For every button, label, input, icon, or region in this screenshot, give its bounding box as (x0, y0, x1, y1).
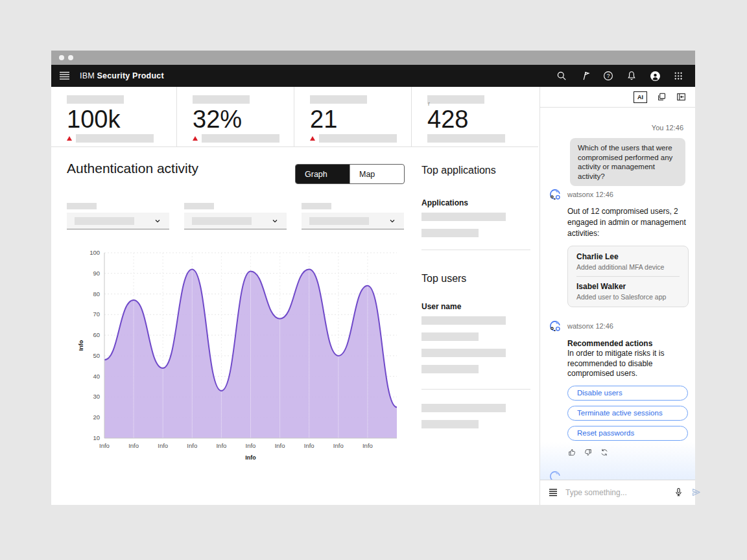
svg-text:90: 90 (93, 270, 100, 277)
chevron-down-icon (388, 217, 396, 225)
window-dot-2[interactable] (68, 55, 73, 60)
user-row-skeleton (421, 332, 479, 341)
user-avatar-icon (650, 71, 661, 82)
chat-text-input[interactable] (565, 488, 666, 497)
kpi-label-skeleton (193, 95, 250, 104)
window-title-bar (51, 51, 695, 65)
svg-text:Info: Info (216, 442, 226, 449)
disable-users-button[interactable]: Disable users (567, 386, 688, 401)
watsonx-avatar-partial-icon (549, 470, 562, 480)
brand-name: Security Product (97, 71, 164, 80)
regenerate-button[interactable] (600, 448, 609, 457)
filter-dropdown-3[interactable] (302, 213, 404, 229)
filter-dropdown-2[interactable] (184, 213, 287, 229)
tab-graph[interactable]: Graph (296, 165, 350, 183)
terminate-sessions-button[interactable]: Terminate active sessions (567, 406, 688, 421)
main-content: 100k 32% 21 r 428 Authentication activit… (51, 87, 540, 505)
svg-text:Info: Info (128, 442, 139, 449)
user-row-skeleton (421, 316, 506, 325)
user-avatar-button[interactable] (643, 65, 667, 87)
message-time: 12:46 (595, 191, 613, 198)
person-detail: Added additional MFA device (576, 263, 680, 271)
ai-badge[interactable]: AI (634, 91, 647, 103)
kpi-trend (310, 134, 397, 143)
user-row-skeleton (421, 349, 506, 357)
svg-text:100: 100 (89, 249, 100, 256)
trend-up-icon (67, 136, 72, 141)
bot-message-text: Out of 12 compromised users, 2 engaged i… (567, 206, 691, 239)
dropdown-value-skeleton (192, 217, 252, 225)
send-button[interactable] (691, 487, 701, 497)
help-button[interactable]: ? (597, 65, 620, 87)
menu-button[interactable] (51, 65, 77, 87)
kpi-trend-skeleton (427, 134, 505, 143)
window-dot-1[interactable] (59, 55, 64, 60)
microphone-button[interactable] (674, 487, 683, 497)
svg-text:?: ? (607, 73, 610, 79)
divider (421, 250, 530, 250)
message-author: You (652, 124, 664, 132)
app-switcher-button[interactable] (667, 65, 690, 87)
feedback-row (567, 448, 689, 457)
copy-button[interactable] (657, 92, 667, 102)
kpi-card-2: 32% (177, 87, 294, 146)
svg-text:60: 60 (93, 331, 100, 338)
collapse-panel-button[interactable] (676, 92, 686, 102)
chat-panel-header: AI (540, 87, 695, 108)
chat-messages: You 12:46 Which of the users that were c… (540, 108, 695, 480)
kpi-value: 32% (193, 106, 242, 132)
svg-text:Info: Info (246, 442, 256, 449)
search-icon (556, 71, 567, 81)
chat-input-bar (540, 480, 695, 504)
tab-map[interactable]: Map (350, 165, 404, 183)
user-message-bubble: Which of the users that were compromised… (570, 138, 685, 186)
compromised-users-card: Charlie Lee Added additional MFA device … (567, 246, 689, 307)
app-header: IBM Security Product ? (51, 65, 695, 87)
user-row-skeleton (421, 420, 479, 428)
thumbs-down-button[interactable] (584, 448, 593, 457)
divider (421, 389, 530, 390)
filter-dropdown-1[interactable] (67, 213, 169, 229)
filter-label-skeleton (67, 203, 97, 209)
thumbs-up-button[interactable] (567, 448, 576, 457)
app-window: IBM Security Product ? (51, 51, 695, 505)
kpi-trend (67, 134, 154, 143)
reset-passwords-button[interactable]: Reset passwords (567, 426, 688, 441)
svg-text:Info: Info (78, 340, 84, 351)
collapse-panel-icon (676, 92, 686, 102)
watsonx-chat-panel: AI You 12:46 Which of the users that wer… (540, 87, 695, 505)
dropdown-value-skeleton (75, 217, 134, 225)
kpi-label-skeleton (427, 95, 484, 104)
chevron-down-icon (271, 217, 279, 225)
watsonx-avatar-icon (549, 188, 562, 201)
divider (576, 276, 680, 277)
brand-prefix: IBM (80, 71, 95, 80)
user-row-skeleton (421, 365, 479, 373)
svg-text:Info: Info (158, 442, 168, 449)
top-users-title: Top users (421, 273, 530, 285)
filter-label-skeleton (302, 203, 331, 209)
kpi-trend-skeleton (76, 134, 154, 143)
kpi-card-4: r 428 (412, 87, 538, 146)
svg-text:70: 70 (93, 310, 100, 318)
help-icon: ? (603, 71, 613, 81)
notifications-button[interactable] (620, 65, 643, 87)
graph-map-switcher: Graph Map (295, 164, 405, 184)
bot-message-meta: watsonx 12:46 (567, 322, 613, 330)
kpi-row: 100k 32% 21 r 428 (51, 87, 538, 147)
input-menu-button[interactable] (549, 488, 558, 496)
svg-text:Info: Info (275, 442, 285, 449)
top-applications-title: Top applications (421, 165, 530, 176)
svg-text:Info: Info (362, 442, 373, 449)
application-row-skeleton (421, 229, 479, 237)
svg-text:10: 10 (93, 434, 100, 441)
search-button[interactable] (550, 65, 573, 87)
copy-icon (657, 92, 667, 102)
thumbs-up-icon (567, 448, 576, 457)
signpost-icon (580, 71, 590, 81)
signpost-button[interactable] (573, 65, 597, 87)
kpi-value: 100k (67, 106, 120, 132)
regenerate-icon (600, 448, 609, 457)
kpi-value: 428 (427, 106, 468, 132)
section-title-authentication-activity: Authentication activity (67, 161, 198, 176)
